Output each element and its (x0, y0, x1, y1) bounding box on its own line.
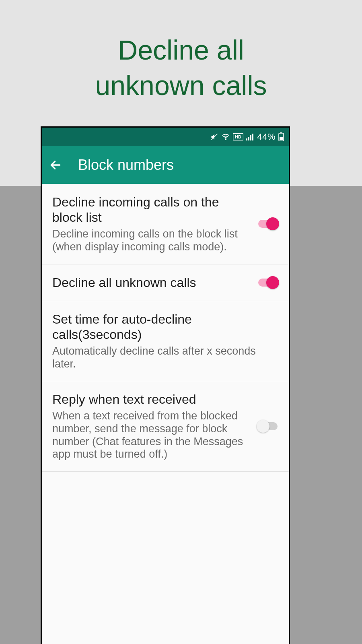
setting-row-decline-unknown[interactable]: Decline all unknown calls (42, 264, 289, 301)
toggle-thumb (266, 276, 279, 289)
svg-point-1 (225, 138, 226, 140)
row-subtitle: Decline incoming calls on the block list… (52, 228, 251, 254)
settings-list: Decline incoming calls on the block list… (42, 184, 289, 644)
row-subtitle: When a text received from the blocked nu… (52, 410, 251, 461)
svg-rect-10 (280, 137, 283, 140)
svg-rect-5 (248, 137, 249, 140)
setting-row-auto-decline-time[interactable]: Set time for auto-decline calls(3seconds… (42, 301, 289, 382)
battery-icon (278, 132, 284, 141)
back-button[interactable] (49, 159, 62, 171)
row-title: Set time for auto-decline calls(3seconds… (52, 312, 274, 343)
status-bar: HD 44% (42, 128, 289, 146)
svg-rect-4 (246, 138, 247, 140)
mute-icon (210, 133, 218, 141)
promo-line2: unknown calls (95, 70, 267, 101)
toggle-decline-unknown[interactable] (257, 276, 279, 289)
row-title: Decline all unknown calls (52, 275, 251, 290)
svg-text:HD: HD (235, 134, 242, 139)
setting-row-reply-text[interactable]: Reply when text received When a text rec… (42, 381, 289, 472)
row-text: Decline incoming calls on the block list… (52, 194, 257, 254)
row-title: Reply when text received (52, 392, 251, 407)
toggle-thumb (266, 217, 279, 230)
row-text: Decline all unknown calls (52, 275, 257, 290)
row-subtitle: Automatically decline calls after x seco… (52, 345, 274, 371)
arrow-left-icon (49, 159, 62, 171)
app-bar: Block numbers (42, 146, 289, 184)
toggle-thumb (257, 420, 269, 433)
toggle-reply-text[interactable] (257, 420, 279, 433)
row-text: Reply when text received When a text rec… (52, 392, 257, 461)
svg-rect-7 (252, 134, 253, 140)
wifi-icon (221, 133, 230, 141)
promo-line1: Decline all (118, 35, 244, 65)
promo-title: Decline all unknown calls (0, 32, 362, 103)
svg-rect-6 (250, 135, 251, 140)
hd-icon: HD (233, 133, 243, 140)
battery-text: 44% (257, 132, 276, 142)
row-title: Decline incoming calls on the block list (52, 194, 251, 225)
appbar-title: Block numbers (78, 157, 174, 173)
signal-icon (246, 133, 254, 140)
setting-row-decline-blocklist[interactable]: Decline incoming calls on the block list… (42, 184, 289, 264)
toggle-decline-blocklist[interactable] (257, 217, 279, 230)
row-text: Set time for auto-decline calls(3seconds… (52, 312, 279, 371)
phone-frame: HD 44% Block numbers Decline incoming ca… (41, 126, 290, 644)
